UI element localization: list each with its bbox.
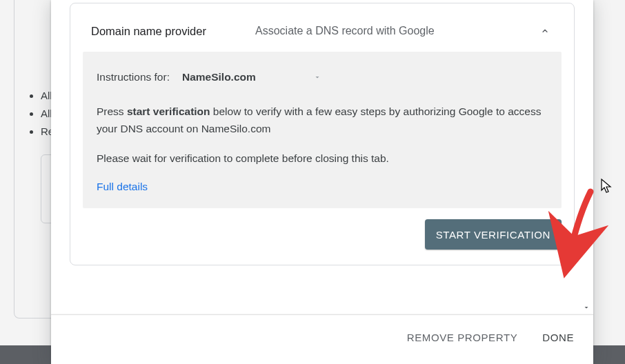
- caret-down-icon: [313, 73, 321, 81]
- start-verification-button[interactable]: START VERIFICATION: [425, 219, 562, 250]
- remove-property-button[interactable]: REMOVE PROPERTY: [401, 325, 523, 350]
- full-details-link[interactable]: Full details: [97, 181, 148, 193]
- start-verification-inline: start verification: [127, 105, 210, 117]
- instruction-text-1: Press start verification below to verify…: [97, 103, 548, 137]
- dialog-body: Domain name provider Associate a DNS rec…: [51, 0, 593, 314]
- card-subtitle: Associate a DNS record with Google: [255, 25, 537, 37]
- instructions-row: Instructions for: NameSilo.com: [97, 67, 548, 88]
- instructions-panel: Instructions for: NameSilo.com Press sta…: [83, 52, 562, 208]
- chevron-up-icon: [540, 26, 550, 36]
- instruction-text-2: Please wait for verification to complete…: [97, 150, 548, 167]
- verification-method-card: Domain name provider Associate a DNS rec…: [70, 3, 575, 265]
- start-row: START VERIFICATION: [83, 219, 562, 250]
- card-header[interactable]: Domain name provider Associate a DNS rec…: [83, 16, 562, 52]
- dialog-footer: REMOVE PROPERTY DONE: [51, 314, 593, 364]
- instructions-label: Instructions for:: [97, 71, 170, 83]
- provider-dropdown[interactable]: NameSilo.com: [179, 67, 323, 88]
- collapse-icon[interactable]: [537, 23, 553, 39]
- card-title: Domain name provider: [91, 25, 255, 38]
- done-button[interactable]: DONE: [537, 325, 579, 350]
- provider-selected: NameSilo.com: [182, 71, 256, 83]
- scrollbar-down-icon[interactable]: [581, 302, 592, 313]
- verify-dialog: Domain name provider Associate a DNS rec…: [51, 0, 593, 364]
